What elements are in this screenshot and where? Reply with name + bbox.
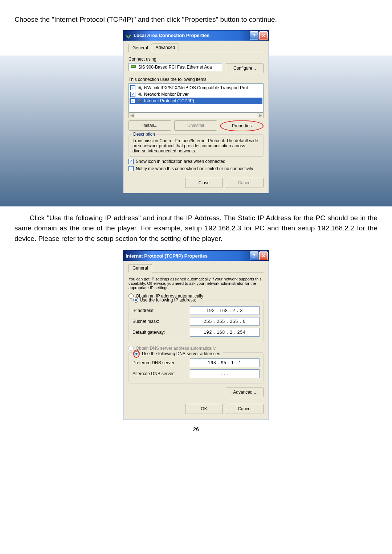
scroll-track[interactable] xyxy=(135,112,257,118)
ip-address-label: IP address: xyxy=(132,308,181,313)
list-item-label: Network Monitor Driver xyxy=(144,92,189,97)
dialog-titlebar: Local Area Connection Properties ? ✕ xyxy=(123,30,269,41)
checkbox-icon[interactable] xyxy=(130,92,135,97)
checkbox-icon[interactable] xyxy=(130,98,135,103)
protocol-icon: 🔌 xyxy=(137,98,143,104)
pref-dns-input[interactable]: 168 . 95 . 1 . 1 xyxy=(190,358,260,367)
help-button[interactable]: ? xyxy=(250,31,258,40)
alt-dns-input[interactable]: . . . xyxy=(190,369,260,378)
protocol-icon: 🔌 xyxy=(137,85,143,91)
horizontal-scrollbar[interactable]: ◀ ▶ xyxy=(128,112,264,118)
ip-address-row: IP address: 192 . 168 . 2 . 3 xyxy=(132,306,260,315)
mid-paragraph: Click "Use the following IP address" and… xyxy=(15,213,377,244)
ip-group: Use the following IP address: IP address… xyxy=(128,300,264,342)
list-item-label: NWLink IPX/SPX/NetBIOS Compatible Transp… xyxy=(144,85,248,90)
checkbox-icon[interactable] xyxy=(128,159,134,164)
notify-checkbox[interactable]: Notify me when this connection has limit… xyxy=(128,166,264,171)
list-item-label: Internet Protocol (TCP/IP) xyxy=(144,98,194,103)
protocol-listbox[interactable]: 🔌 NWLink IPX/SPX/NetBIOS Compatible Tran… xyxy=(128,83,264,112)
page-number: 26 xyxy=(15,426,377,432)
list-item-selected[interactable]: 🔌 Internet Protocol (TCP/IP) xyxy=(130,98,262,104)
adapter-name: SiS 900-Based PCI Fast Ethernet Ada xyxy=(138,65,212,70)
tabs: General xyxy=(128,264,264,272)
ok-button[interactable]: OK xyxy=(185,404,223,414)
list-item[interactable]: 🔌 NWLink IPX/SPX/NetBIOS Compatible Tran… xyxy=(130,85,262,91)
install-button[interactable]: Install... xyxy=(128,120,171,131)
connect-using-label: Connect using: xyxy=(128,57,264,62)
checkbox-label: Show icon in notification area when conn… xyxy=(136,159,225,164)
configure-button[interactable]: Configure... xyxy=(226,63,264,73)
advanced-button[interactable]: Advanced... xyxy=(226,387,264,397)
gateway-row: Default gateway: 192 . 168 . 2 . 254 xyxy=(132,328,260,337)
tabs: General Advanced xyxy=(128,44,264,52)
radio-icon[interactable] xyxy=(133,297,138,303)
dns-group: Use the following DNS server addresses: … xyxy=(128,352,264,383)
intro-paragraph: Choose the "Internet Protocol (TCP/IP)" … xyxy=(15,15,377,25)
checkbox-icon[interactable] xyxy=(130,85,135,90)
alt-dns-row: Alternate DNS server: . . . xyxy=(132,369,260,378)
radio-label: Use the following IP address: xyxy=(140,297,196,303)
gateway-input[interactable]: 192 . 168 . 2 . 254 xyxy=(190,328,260,337)
connection-icon xyxy=(126,33,131,38)
description-group: Description Transmission Control Protoco… xyxy=(128,134,264,157)
cancel-button[interactable]: Cancel xyxy=(226,404,264,414)
radio-use-following-ip[interactable]: Use the following IP address: xyxy=(132,297,197,303)
list-item[interactable]: 🔌 Network Monitor Driver xyxy=(130,91,262,98)
description-text: Transmission Control Protocol/Internet P… xyxy=(132,138,260,153)
nic-icon xyxy=(130,64,136,70)
local-area-connection-dialog: Local Area Connection Properties ? ✕ Gen… xyxy=(123,30,269,193)
gateway-label: Default gateway: xyxy=(132,330,181,335)
intro-text: You can get IP settings assigned automat… xyxy=(128,277,264,290)
protocol-icon: 🔌 xyxy=(137,91,143,97)
tab-advanced[interactable]: Advanced xyxy=(152,44,179,52)
scroll-left-icon[interactable]: ◀ xyxy=(128,112,135,118)
tcpip-properties-dialog: Internet Protocol (TCP/IP) Properties ? … xyxy=(123,250,269,419)
scroll-right-icon[interactable]: ▶ xyxy=(257,112,264,118)
tab-general[interactable]: General xyxy=(128,264,152,272)
radio-use-following-dns[interactable]: Use the following DNS server addresses: xyxy=(132,350,223,358)
description-legend: Description xyxy=(132,132,156,137)
checkbox-label: Notify me when this connection has limit… xyxy=(136,166,253,171)
uninstall-button: Uninstall xyxy=(174,120,217,131)
show-icon-checkbox[interactable]: Show icon in notification area when conn… xyxy=(128,159,264,164)
dialog-titlebar: Internet Protocol (TCP/IP) Properties ? … xyxy=(123,251,269,261)
subnet-label: Subnet mask: xyxy=(132,319,181,324)
radio-icon[interactable] xyxy=(134,351,139,356)
tab-general[interactable]: General xyxy=(128,44,152,52)
items-label: This connection uses the following items… xyxy=(128,77,264,82)
svg-rect-1 xyxy=(131,66,135,67)
close-icon[interactable]: ✕ xyxy=(259,31,268,40)
alt-dns-label: Alternate DNS server: xyxy=(132,371,181,376)
cancel-button: Cancel xyxy=(226,178,264,188)
close-icon[interactable]: ✕ xyxy=(259,251,268,260)
properties-button[interactable]: Properties xyxy=(220,120,264,131)
subnet-input[interactable]: 255 . 255 . 255 . 0 xyxy=(190,317,260,326)
pref-dns-row: Preferred DNS server: 168 . 95 . 1 . 1 xyxy=(132,358,260,367)
checkbox-icon[interactable] xyxy=(128,166,134,171)
pref-dns-label: Preferred DNS server: xyxy=(132,360,181,365)
radio-label: Use the following DNS server addresses: xyxy=(142,351,221,356)
dialog-title: Local Area Connection Properties xyxy=(134,33,249,38)
subnet-row: Subnet mask: 255 . 255 . 255 . 0 xyxy=(132,317,260,326)
close-button[interactable]: Close xyxy=(185,178,223,188)
adapter-field: SiS 900-Based PCI Fast Ethernet Ada xyxy=(128,63,222,71)
ip-address-input[interactable]: 192 . 168 . 2 . 3 xyxy=(190,306,260,315)
help-button[interactable]: ? xyxy=(250,251,258,260)
dialog-title: Internet Protocol (TCP/IP) Properties xyxy=(126,253,249,259)
